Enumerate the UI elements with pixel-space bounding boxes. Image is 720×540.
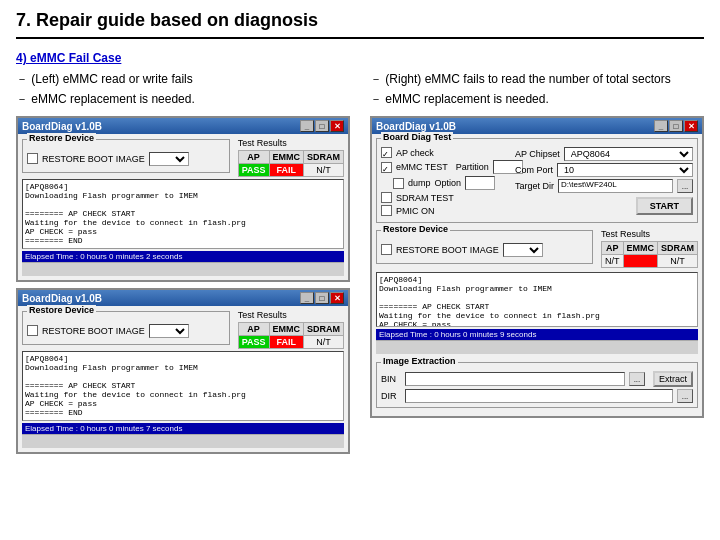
r-ap-val: N/T [602, 255, 624, 268]
dir-label: DIR [381, 391, 401, 401]
emmc-test-row: eMMC TEST Partition [381, 160, 511, 174]
win2-maximize[interactable]: □ [315, 292, 329, 304]
dump-label: dump [408, 178, 431, 188]
left-bullets: (Left) eMMC read or write fails eMMC rep… [16, 71, 350, 108]
left-win1: BoardDiag v1.0B _ □ ✕ Restore Device RES… [16, 116, 350, 282]
com-port-label: Com Port [515, 165, 553, 175]
sdram-test-cb[interactable] [381, 192, 392, 203]
win1-minimize[interactable]: _ [300, 120, 314, 132]
left-win2-bottom [22, 434, 344, 448]
target-dir-input[interactable]: D:\test\WF240L [558, 179, 673, 193]
start-button[interactable]: START [636, 197, 693, 215]
restore-dropdown-1[interactable] [149, 152, 189, 166]
sdram-val-1: N/T [304, 164, 344, 177]
r-emmc-header: EMMC [623, 242, 658, 255]
ap-val-2: PASS [238, 336, 269, 349]
dir-browse[interactable]: ... [677, 389, 693, 403]
right-win-minimize[interactable]: _ [654, 120, 668, 132]
left-win2-restore-row: Restore Device RESTORE BOOT IMAGE Test R… [22, 310, 344, 349]
right-win-controls: _ □ ✕ [654, 120, 698, 132]
left-win2-results-group: Test Results AP EMMC SDRAM PASS FAIL N/T [238, 310, 344, 349]
pmic-label: PMIC ON [396, 206, 435, 216]
ap-chipset-select[interactable]: APQ8064 [564, 147, 693, 161]
image-extract-title: Image Extraction [381, 356, 458, 366]
right-win-body: Board Diag Test AP check eMMC TEST [372, 134, 702, 416]
board-diag-title: Board Diag Test [381, 132, 453, 142]
left-win2-title: BoardDiag v1.0B [22, 293, 102, 304]
right-win-bottom [376, 340, 698, 354]
left-win1-restore-row: Restore Device RESTORE BOOT IMAGE Test R… [22, 138, 344, 177]
win2-close[interactable]: ✕ [330, 292, 344, 304]
right-restore-cb[interactable] [381, 244, 392, 255]
left-win1-log: [APQ8064] Downloading Flash programmer t… [22, 179, 344, 249]
r-sdram-val: N/T [658, 255, 698, 268]
right-win-log: [APQ8064] Downloading Flash programmer t… [376, 272, 698, 327]
pmic-cb[interactable] [381, 205, 392, 216]
win2-controls: _ □ ✕ [300, 292, 344, 304]
right-win-elapsed: Elapsed Time : 0 hours 0 minutes 9 secon… [376, 329, 698, 340]
ap-check-cb[interactable] [381, 147, 392, 158]
restore-label-2: RESTORE BOOT IMAGE [42, 326, 145, 336]
extract-button[interactable]: Extract [653, 371, 693, 387]
right-win-title: BoardDiag v1.0B [376, 121, 456, 132]
restore-checkbox-1[interactable] [27, 153, 38, 164]
pmic-row: PMIC ON [381, 205, 511, 216]
ap-header-2: AP [238, 323, 269, 336]
r-ap-header: AP [602, 242, 624, 255]
win2-minimize[interactable]: _ [300, 292, 314, 304]
emmc-header-2: EMMC [269, 323, 304, 336]
left-win1-results-table: AP EMMC SDRAM PASS FAIL N/T [238, 150, 344, 177]
restore-checkbox-2[interactable] [27, 325, 38, 336]
right-win-close[interactable]: ✕ [684, 120, 698, 132]
left-win1-results-group: Test Results AP EMMC SDRAM PASS FAIL N/T [238, 138, 344, 177]
win1-controls: _ □ ✕ [300, 120, 344, 132]
emmc-val-2: FAIL [269, 336, 304, 349]
right-restore-group: Restore Device RESTORE BOOT IMAGE [376, 230, 593, 264]
com-port-select[interactable]: 10 [557, 163, 693, 177]
target-dir-browse[interactable]: ... [677, 179, 693, 193]
left-win2-restore-inner: RESTORE BOOT IMAGE [27, 324, 225, 338]
ap-val-1: PASS [238, 164, 269, 177]
target-dir-row: Target Dir D:\test\WF240L ... [515, 179, 693, 193]
board-diag-right: AP Chipset APQ8064 Com Port 10 [515, 147, 693, 218]
win1-maximize[interactable]: □ [315, 120, 329, 132]
dump-cb[interactable] [393, 178, 404, 189]
right-win-maximize[interactable]: □ [669, 120, 683, 132]
left-win2-restore-group: Restore Device RESTORE BOOT IMAGE [22, 311, 230, 345]
sdram-header: SDRAM [304, 151, 344, 164]
emmc-test-label: eMMC TEST [396, 162, 448, 172]
right-bullet-1: (Right) eMMC fails to read the number of… [370, 71, 704, 88]
right-restore-inner: RESTORE BOOT IMAGE [381, 243, 588, 257]
left-win1-bottom [22, 262, 344, 276]
dump-row: dump Option [381, 176, 511, 190]
left-win1-restore-title: Restore Device [27, 133, 96, 143]
ap-header: AP [238, 151, 269, 164]
section-title: 4) eMMC Fail Case [16, 51, 704, 65]
board-diag-group: Board Diag Test AP check eMMC TEST [376, 138, 698, 223]
bin-input[interactable] [405, 372, 625, 386]
start-row: START [515, 197, 693, 215]
ap-check-row: AP check [381, 147, 511, 158]
bin-browse[interactable]: ... [629, 372, 645, 386]
emmc-header: EMMC [269, 151, 304, 164]
right-restore-dropdown[interactable] [503, 243, 543, 257]
page-title: 7. Repair guide based on diagnosis [16, 10, 704, 39]
ap-check-label: AP check [396, 148, 434, 158]
emmc-test-cb[interactable] [381, 162, 392, 173]
left-win2-results-table: AP EMMC SDRAM PASS FAIL N/T [238, 322, 344, 349]
restore-dropdown-2[interactable] [149, 324, 189, 338]
ap-chipset-row: AP Chipset APQ8064 [515, 147, 693, 161]
option-input[interactable] [465, 176, 495, 190]
left-win1-restore-group: Restore Device RESTORE BOOT IMAGE [22, 139, 230, 173]
right-results-title: Test Results [601, 229, 698, 239]
win1-close[interactable]: ✕ [330, 120, 344, 132]
right-restore-label: RESTORE BOOT IMAGE [396, 245, 499, 255]
com-port-row: Com Port 10 [515, 163, 693, 177]
image-extract-group: Image Extraction BIN ... Extract DIR ... [376, 362, 698, 408]
right-bullets: (Right) eMMC fails to read the number of… [370, 71, 704, 108]
sdram-test-label: SDRAM TEST [396, 193, 454, 203]
dir-input[interactable] [405, 389, 673, 403]
sdram-header-2: SDRAM [304, 323, 344, 336]
emmc-val-1: FAIL [269, 164, 304, 177]
left-win1-results-title: Test Results [238, 138, 344, 148]
